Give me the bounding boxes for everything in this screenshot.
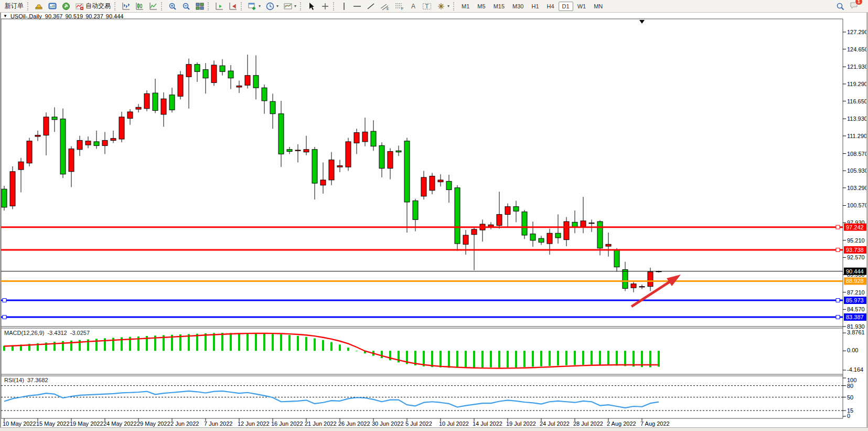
svg-text:14 Jul 2022: 14 Jul 2022 [473, 421, 502, 427]
svg-text:19 Jul 2022: 19 Jul 2022 [506, 421, 536, 427]
panel-borders [1, 19, 843, 418]
chart-canvas[interactable]: 127.290124.650121.930119.290116.650113.9… [0, 0, 868, 431]
rsi-line [4, 391, 659, 408]
mt4-window: 新订单 自动交易 [0, 0, 868, 431]
svg-text:127.290: 127.290 [847, 29, 868, 35]
svg-text:12 Jun 2022: 12 Jun 2022 [238, 421, 270, 427]
svg-text:93.738: 93.738 [846, 247, 864, 253]
svg-text:95.210: 95.210 [847, 237, 865, 244]
svg-text:2 Aug 2022: 2 Aug 2022 [607, 421, 636, 427]
svg-text:113.930: 113.930 [847, 115, 867, 122]
svg-text:2 Jun 2022: 2 Jun 2022 [170, 421, 199, 427]
svg-text:16 Jun 2022: 16 Jun 2022 [271, 421, 303, 427]
window-border-bottom [0, 427, 868, 431]
svg-text:24 Jul 2022: 24 Jul 2022 [540, 421, 570, 427]
svg-text:30 Jun 2022: 30 Jun 2022 [372, 421, 404, 427]
svg-text:0: 0 [847, 413, 850, 419]
chart-shift-marker[interactable] [639, 20, 645, 24]
svg-text:90.444: 90.444 [846, 268, 864, 275]
svg-text:84.570: 84.570 [847, 306, 865, 312]
svg-text:103.290: 103.290 [847, 185, 868, 191]
svg-text:92.570: 92.570 [847, 254, 865, 260]
svg-text:3.8761: 3.8761 [847, 329, 865, 335]
macd-axis: 3.87610.00-4.164 [843, 329, 865, 373]
svg-text:10 Jul 2022: 10 Jul 2022 [439, 421, 469, 427]
line-handle[interactable] [836, 225, 840, 229]
macd-histogram [4, 333, 659, 368]
svg-text:7 Aug 2022: 7 Aug 2022 [640, 421, 670, 427]
svg-text:80: 80 [847, 383, 853, 389]
svg-text:10 May 2022: 10 May 2022 [3, 421, 36, 427]
svg-text:-4.164: -4.164 [847, 366, 863, 373]
svg-text:29 May 2022: 29 May 2022 [137, 421, 170, 427]
svg-text:5 Jul 2022: 5 Jul 2022 [405, 421, 432, 427]
trend-arrow[interactable] [631, 275, 681, 307]
line-handle[interactable] [3, 299, 6, 302]
svg-text:83.387: 83.387 [846, 314, 864, 320]
rsi-axis: 1008050150 [843, 377, 856, 419]
svg-text:7 Jun 2022: 7 Jun 2022 [204, 421, 232, 427]
svg-text:26 Jun 2022: 26 Jun 2022 [338, 421, 370, 427]
svg-text:19 May 2022: 19 May 2022 [70, 421, 103, 427]
time-axis: 10 May 202215 May 202219 May 202224 May … [3, 418, 670, 427]
svg-text:97.242: 97.242 [846, 224, 864, 230]
svg-text:88.928: 88.928 [846, 278, 864, 284]
svg-text:121.930: 121.930 [847, 64, 868, 70]
svg-text:50: 50 [847, 394, 853, 401]
candles-series [2, 55, 661, 292]
svg-text:116.650: 116.650 [847, 98, 867, 104]
window-border-left [0, 13, 1, 427]
svg-text:85.973: 85.973 [846, 297, 864, 303]
line-handle[interactable] [836, 315, 840, 319]
svg-text:0.00: 0.00 [847, 347, 858, 353]
svg-text:28 Jul 2022: 28 Jul 2022 [573, 421, 603, 427]
svg-text:111.290: 111.290 [847, 133, 867, 139]
svg-text:108.570: 108.570 [847, 151, 868, 157]
svg-text:87.210: 87.210 [847, 289, 865, 296]
line-handle[interactable] [836, 248, 840, 251]
hline-objects[interactable] [1, 225, 843, 319]
svg-text:21 Jun 2022: 21 Jun 2022 [305, 421, 337, 427]
svg-text:15 May 2022: 15 May 2022 [36, 421, 70, 427]
line-handle[interactable] [3, 315, 6, 319]
line-handle[interactable] [836, 299, 840, 302]
svg-text:105.930: 105.930 [847, 167, 868, 174]
svg-text:124.650: 124.650 [847, 46, 868, 52]
rsi-levels [1, 386, 843, 411]
svg-text:119.290: 119.290 [847, 81, 867, 87]
svg-text:100.570: 100.570 [847, 202, 868, 208]
svg-text:24 May 2022: 24 May 2022 [103, 421, 137, 427]
